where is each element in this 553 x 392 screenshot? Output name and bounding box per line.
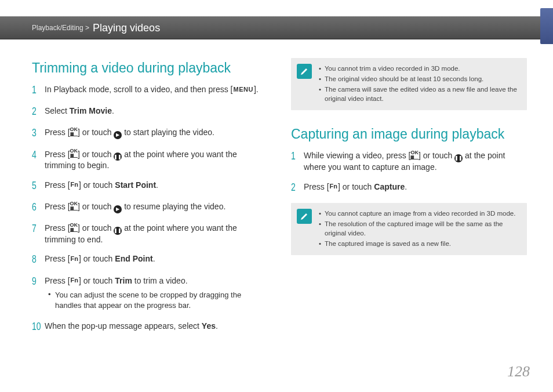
- header-bar: Playback/Editing > Playing videos: [0, 16, 553, 39]
- fn-icon: Fn: [70, 180, 79, 189]
- content-columns: Trimming a video during playback 1In Pla…: [32, 58, 527, 357]
- step-text: Press [Fn] or touch Start Point.: [45, 180, 268, 191]
- step-number: 10: [32, 320, 42, 334]
- steps-list-capture: 1While viewing a video, press [OK] or to…: [291, 150, 527, 194]
- note-item: The camera will save the edited video as…: [319, 85, 519, 103]
- step-item: 10When the pop-up message appears, selec…: [32, 321, 268, 334]
- step-number: 1: [291, 149, 301, 164]
- step-item: 6Press [OK] or touch ▶ to resume playing…: [32, 201, 268, 215]
- step-text: Select Trim Movie.: [45, 106, 268, 117]
- menu-icon: MENU: [233, 85, 254, 94]
- step-item: 1While viewing a video, press [OK] or to…: [291, 150, 527, 173]
- step-item: 1In Playback mode, scroll to a video, an…: [32, 84, 268, 97]
- step-text: In Playback mode, scroll to a video, and…: [45, 84, 268, 96]
- step-number: 2: [32, 104, 42, 119]
- step-item: 8Press [Fn] or touch End Point.: [32, 253, 268, 267]
- sub-note-item: You can adjust the scene to be cropped b…: [48, 290, 268, 311]
- pencil-icon: [297, 64, 312, 79]
- ok-icon: OK: [70, 149, 78, 158]
- play-icon: ▶: [114, 205, 122, 213]
- step-item: 2Select Trim Movie.: [32, 106, 268, 119]
- breadcrumb: Playback/Editing >: [32, 24, 89, 32]
- step-text: Press [Fn] or touch End Point.: [45, 253, 268, 265]
- step-text: When the pop-up message appears, select …: [45, 321, 268, 332]
- ok-icon: OK: [70, 202, 78, 210]
- note-item: You cannot trim a video recorded in 3D m…: [319, 64, 519, 73]
- step-text: Press [Fn] or touch Trim to trim a video…: [45, 275, 268, 313]
- note-item: The resolution of the captured image wil…: [319, 219, 519, 238]
- ok-icon: OK: [410, 151, 419, 159]
- step-text: While viewing a video, press [OK] or tou…: [304, 150, 527, 173]
- ok-icon: OK: [70, 128, 78, 136]
- fn-icon: Fn: [70, 255, 79, 263]
- step-number: 8: [32, 252, 42, 267]
- pause-icon: ❚❚: [114, 227, 122, 235]
- step-number: 7: [32, 222, 42, 236]
- step-item: 3Press [OK] or touch ▶ to start playing …: [32, 127, 268, 140]
- step-number: 2: [291, 180, 301, 195]
- ok-icon: OK: [70, 223, 78, 232]
- fn-icon: Fn: [70, 276, 79, 285]
- sub-note-list: You can adjust the scene to be cropped b…: [45, 290, 268, 311]
- step-number: 9: [32, 274, 42, 289]
- note-list-trimming: You cannot trim a video recorded in 3D m…: [319, 64, 519, 104]
- page-title: Playing videos: [93, 22, 160, 34]
- side-tab: [540, 8, 553, 44]
- step-number: 3: [32, 126, 42, 140]
- page-number: 128: [507, 363, 530, 380]
- left-column: Trimming a video during playback 1In Pla…: [32, 58, 268, 357]
- play-icon: ▶: [114, 131, 122, 139]
- step-number: 4: [32, 148, 42, 162]
- step-number: 6: [32, 200, 42, 215]
- note-box-trimming: You cannot trim a video recorded in 3D m…: [291, 58, 527, 110]
- steps-list-trimming: 1In Playback mode, scroll to a video, an…: [32, 84, 268, 335]
- note-list-capture: You cannot capture an image from a video…: [319, 209, 519, 249]
- step-item: 9Press [Fn] or touch Trim to trim a vide…: [32, 275, 268, 313]
- section-heading-capture: Capturing an image during playback: [291, 126, 527, 142]
- note-box-capture: You cannot capture an image from a video…: [291, 203, 527, 255]
- step-text: Press [OK] or touch ❚❚ at the point wher…: [45, 223, 268, 245]
- note-item: The original video should be at least 10…: [319, 74, 519, 84]
- pencil-icon: [297, 209, 312, 224]
- pause-icon: ❚❚: [454, 154, 463, 162]
- note-item: You cannot capture an image from a video…: [319, 209, 519, 218]
- step-item: 4Press [OK] or touch ❚❚ at the point whe…: [32, 149, 268, 172]
- step-item: 7Press [OK] or touch ❚❚ at the point whe…: [32, 223, 268, 245]
- step-text: Press [OK] or touch ▶ to start playing t…: [45, 127, 268, 139]
- step-text: Press [Fn] or touch Capture.: [304, 182, 527, 193]
- fn-icon: Fn: [329, 182, 338, 191]
- pause-icon: ❚❚: [114, 153, 122, 161]
- step-item: 5Press [Fn] or touch Start Point.: [32, 180, 268, 193]
- manual-page: Playback/Editing > Playing videos Trimmi…: [0, 0, 553, 392]
- section-heading-trimming: Trimming a video during playback: [32, 60, 268, 76]
- step-text: Press [OK] or touch ▶ to resume playing …: [45, 201, 268, 213]
- step-number: 5: [32, 179, 42, 193]
- right-column: You cannot trim a video recorded in 3D m…: [291, 58, 527, 357]
- step-item: 2Press [Fn] or touch Capture.: [291, 182, 527, 195]
- note-item: The captured image is saved as a new fil…: [319, 239, 519, 248]
- step-text: Press [OK] or touch ❚❚ at the point wher…: [45, 149, 268, 172]
- step-number: 1: [32, 83, 42, 97]
